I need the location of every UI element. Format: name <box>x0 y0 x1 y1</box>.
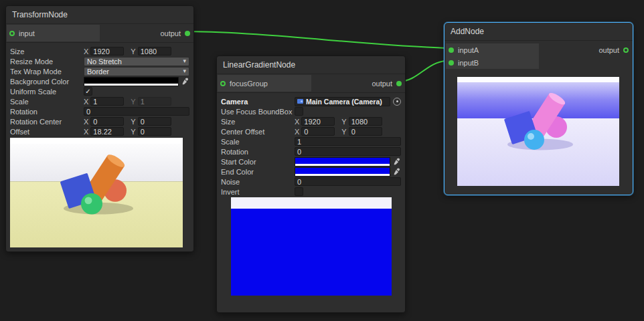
input-port-label: input <box>19 29 35 37</box>
resize-mode-dropdown[interactable]: No Stretch ▾ <box>84 57 189 66</box>
transform-node[interactable]: TransformNode input output Size X Y <box>5 5 194 252</box>
gradient-center-offset-y-field[interactable] <box>349 127 382 136</box>
output-port-icon[interactable] <box>623 47 629 53</box>
inputB-port-icon[interactable] <box>449 60 454 66</box>
prop-row-use-focus-boundbox: Use Focus BoundBox <box>221 106 401 116</box>
add-preview-image <box>457 77 619 186</box>
prop-row-tex-wrap-mode: Tex Wrap Mode Border ▾ <box>10 66 189 76</box>
gradient-port-row: focusGroup output <box>217 74 405 93</box>
prop-row-camera: Camera Main Camera (Camera) <box>221 96 401 106</box>
transform-size-y-field[interactable] <box>138 47 171 56</box>
output-port-label: output <box>598 46 619 54</box>
transform-scale-y-field <box>138 97 171 106</box>
uniform-scale-checkbox[interactable]: ✓ <box>84 87 92 96</box>
gradient-rotation-field[interactable] <box>295 147 401 156</box>
wire-transform-output-to-add-inputA[interactable] <box>188 31 447 48</box>
chevron-down-icon: ▾ <box>183 68 186 74</box>
prop-row-noise: Noise <box>221 177 401 187</box>
camera-icon <box>297 99 303 104</box>
add-node-output-ports: output <box>539 43 632 69</box>
transform-port-row: input output <box>6 24 193 43</box>
alpha-bar <box>84 84 178 86</box>
transform-node-title[interactable]: TransformNode <box>6 6 193 24</box>
transform-rotation-center-y-field[interactable] <box>138 117 171 126</box>
prop-row-rotation: Rotation <box>221 146 401 156</box>
x-axis-label: X <box>84 98 88 106</box>
gradient-scale-field[interactable] <box>295 137 401 146</box>
inputB-port-label: inputB <box>458 59 479 67</box>
add-node[interactable]: AddNode inputA inputB output <box>444 22 633 195</box>
transform-rotation-field[interactable] <box>84 107 189 116</box>
transform-offset-x-field[interactable] <box>90 127 124 136</box>
prop-row-center-offset: Center Offset X Y <box>221 126 401 136</box>
y-axis-label: Y <box>131 47 135 56</box>
transform-rotation-center-x-field[interactable] <box>90 117 124 126</box>
transform-offset-y-field[interactable] <box>138 127 171 136</box>
sky-highlight <box>457 77 619 82</box>
green-sphere-highlight <box>85 197 92 204</box>
x-axis-label: X <box>295 128 299 136</box>
add-inputB-port-row[interactable]: inputB <box>446 56 539 69</box>
gradient-preview-image <box>231 197 392 296</box>
gradient-size-x-field[interactable] <box>301 117 335 126</box>
prop-row-size: Size X Y <box>221 116 401 126</box>
object-picker-icon[interactable] <box>393 98 401 106</box>
transform-scale-x-field[interactable] <box>90 97 124 106</box>
background-color-swatch[interactable] <box>84 77 179 86</box>
output-port-icon[interactable] <box>396 81 402 86</box>
prop-row-background-color: Background Color <box>10 76 189 86</box>
green-sphere <box>81 193 102 215</box>
prop-row-offset: Offset X Y <box>10 126 189 136</box>
prop-row-end-color: End Color <box>221 167 401 177</box>
cyan-sphere-highlight <box>528 133 534 140</box>
input-port-icon[interactable] <box>9 31 15 36</box>
alpha-bar <box>295 164 390 166</box>
eyedropper-icon[interactable] <box>181 78 189 85</box>
prop-row-scale: Scale X Y <box>10 96 189 106</box>
transform-output-port-row[interactable]: output <box>100 25 193 41</box>
y-axis-label: Y <box>341 118 346 126</box>
x-axis-label: X <box>84 128 88 136</box>
transform-size-x-field[interactable] <box>90 47 124 56</box>
prop-row-rotation: Rotation <box>10 106 189 116</box>
inputA-port-icon[interactable] <box>449 47 454 53</box>
invert-checkbox[interactable] <box>295 187 303 196</box>
transform-input-port-row[interactable]: input <box>7 25 100 41</box>
add-node-ports: inputA inputB output <box>446 43 631 69</box>
end-color-swatch[interactable] <box>295 167 390 177</box>
start-color-swatch[interactable] <box>295 157 390 167</box>
focusgroup-port-label: focusGroup <box>230 80 268 88</box>
sky-highlight <box>10 138 183 144</box>
use-focus-boundbox-checkbox[interactable] <box>295 107 303 116</box>
gradient-size-y-field[interactable] <box>349 117 382 126</box>
add-preview-scene <box>457 77 619 186</box>
add-node-input-ports: inputA inputB <box>446 43 539 69</box>
gradient-output-port-row[interactable]: output <box>311 75 405 92</box>
wire-gradient-output-to-add-inputB[interactable] <box>399 61 447 82</box>
camera-object-field[interactable]: Main Camera (Camera) <box>295 97 390 106</box>
y-axis-label: Y <box>131 98 135 106</box>
gradient-noise-field[interactable] <box>295 177 401 186</box>
linear-gradient-node-title[interactable]: LinearGradientNode <box>217 56 405 74</box>
gradient-focusgroup-port-row[interactable]: focusGroup <box>218 75 311 92</box>
inputA-port-label: inputA <box>458 46 479 54</box>
gradient-center-offset-x-field[interactable] <box>301 127 335 136</box>
add-node-title[interactable]: AddNode <box>445 23 633 41</box>
eyedropper-icon[interactable] <box>392 158 401 165</box>
focusgroup-port-icon[interactable] <box>220 81 226 86</box>
output-port-icon[interactable] <box>185 31 190 36</box>
add-output-port-row[interactable]: output <box>539 43 632 56</box>
node-graph-canvas[interactable]: TransformNode input output Size X Y <box>0 0 644 321</box>
transform-properties: Size X Y Resize Mode No Stretch ▾ <box>6 43 193 136</box>
prop-row-scale: Scale <box>221 136 401 146</box>
prop-row-start-color: Start Color <box>221 156 401 167</box>
x-axis-label: X <box>84 118 88 126</box>
tex-wrap-mode-dropdown[interactable]: Border ▾ <box>84 67 189 76</box>
gradient-preview-blue-fill <box>231 209 392 296</box>
eyedropper-icon[interactable] <box>392 168 401 175</box>
alpha-bar <box>295 174 390 176</box>
y-axis-label: Y <box>341 128 346 136</box>
prop-row-size: Size X Y <box>10 46 189 56</box>
add-inputA-port-row[interactable]: inputA <box>446 43 539 56</box>
linear-gradient-node[interactable]: LinearGradientNode focusGroup output Cam… <box>216 56 406 313</box>
